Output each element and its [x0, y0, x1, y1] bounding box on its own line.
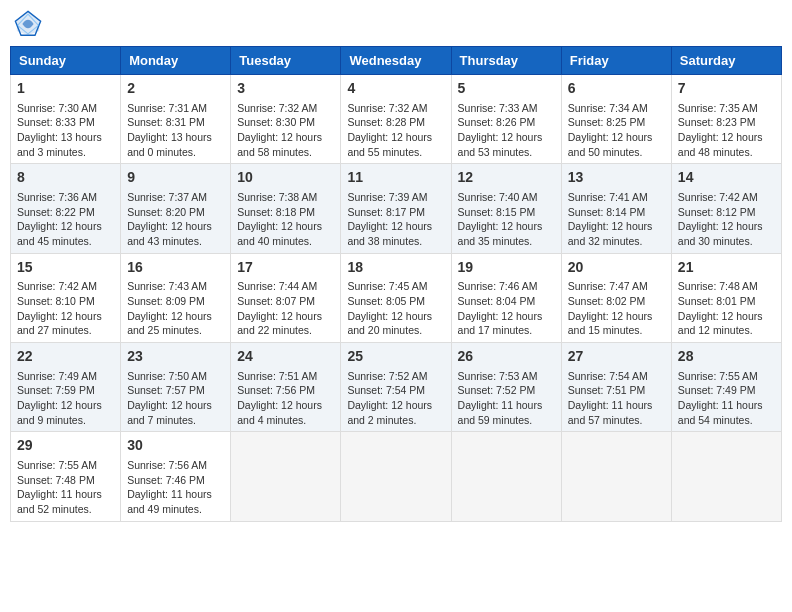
- day-info-line: Daylight: 12 hours: [17, 398, 114, 413]
- day-number: 7: [678, 79, 775, 99]
- day-info-line: Daylight: 12 hours: [237, 309, 334, 324]
- day-number: 26: [458, 347, 555, 367]
- day-info-line: and 7 minutes.: [127, 413, 224, 428]
- day-header-tuesday: Tuesday: [231, 47, 341, 75]
- day-number: 19: [458, 258, 555, 278]
- calendar-cell: 13Sunrise: 7:41 AMSunset: 8:14 PMDayligh…: [561, 164, 671, 253]
- day-info-line: Sunset: 8:23 PM: [678, 115, 775, 130]
- day-info-line: Sunrise: 7:55 AM: [678, 369, 775, 384]
- day-info-line: Daylight: 11 hours: [568, 398, 665, 413]
- day-info-line: Sunrise: 7:43 AM: [127, 279, 224, 294]
- day-info-line: Sunset: 8:15 PM: [458, 205, 555, 220]
- day-info-line: Sunrise: 7:55 AM: [17, 458, 114, 473]
- day-info-line: Sunrise: 7:33 AM: [458, 101, 555, 116]
- calendar-row-2: 8Sunrise: 7:36 AMSunset: 8:22 PMDaylight…: [11, 164, 782, 253]
- calendar-cell: 15Sunrise: 7:42 AMSunset: 8:10 PMDayligh…: [11, 253, 121, 342]
- day-info-line: Sunrise: 7:47 AM: [568, 279, 665, 294]
- day-info-line: Daylight: 12 hours: [568, 130, 665, 145]
- calendar-cell: 19Sunrise: 7:46 AMSunset: 8:04 PMDayligh…: [451, 253, 561, 342]
- calendar-cell: 28Sunrise: 7:55 AMSunset: 7:49 PMDayligh…: [671, 343, 781, 432]
- day-number: 9: [127, 168, 224, 188]
- calendar-table: SundayMondayTuesdayWednesdayThursdayFrid…: [10, 46, 782, 522]
- calendar-cell: 5Sunrise: 7:33 AMSunset: 8:26 PMDaylight…: [451, 75, 561, 164]
- calendar-cell: 23Sunrise: 7:50 AMSunset: 7:57 PMDayligh…: [121, 343, 231, 432]
- day-info-line: Sunrise: 7:30 AM: [17, 101, 114, 116]
- page-header: [10, 10, 782, 38]
- day-number: 13: [568, 168, 665, 188]
- calendar-cell: 10Sunrise: 7:38 AMSunset: 8:18 PMDayligh…: [231, 164, 341, 253]
- day-info-line: Daylight: 12 hours: [458, 309, 555, 324]
- day-number: 15: [17, 258, 114, 278]
- day-info-line: Sunset: 8:17 PM: [347, 205, 444, 220]
- day-info-line: Daylight: 12 hours: [127, 309, 224, 324]
- calendar-body: 1Sunrise: 7:30 AMSunset: 8:33 PMDaylight…: [11, 75, 782, 522]
- calendar-cell: 6Sunrise: 7:34 AMSunset: 8:25 PMDaylight…: [561, 75, 671, 164]
- day-info-line: Sunset: 8:22 PM: [17, 205, 114, 220]
- calendar-cell: 4Sunrise: 7:32 AMSunset: 8:28 PMDaylight…: [341, 75, 451, 164]
- day-info-line: and 0 minutes.: [127, 145, 224, 160]
- calendar-row-3: 15Sunrise: 7:42 AMSunset: 8:10 PMDayligh…: [11, 253, 782, 342]
- day-info-line: Sunset: 7:51 PM: [568, 383, 665, 398]
- day-number: 12: [458, 168, 555, 188]
- day-info-line: Daylight: 12 hours: [458, 219, 555, 234]
- day-info-line: Daylight: 12 hours: [568, 309, 665, 324]
- day-info-line: Daylight: 12 hours: [17, 219, 114, 234]
- day-number: 1: [17, 79, 114, 99]
- day-info-line: and 40 minutes.: [237, 234, 334, 249]
- day-info-line: Daylight: 12 hours: [17, 309, 114, 324]
- day-info-line: Sunrise: 7:46 AM: [458, 279, 555, 294]
- day-info-line: Sunset: 8:26 PM: [458, 115, 555, 130]
- calendar-cell: 11Sunrise: 7:39 AMSunset: 8:17 PMDayligh…: [341, 164, 451, 253]
- day-info-line: Sunset: 8:12 PM: [678, 205, 775, 220]
- day-info-line: Sunrise: 7:51 AM: [237, 369, 334, 384]
- day-number: 25: [347, 347, 444, 367]
- calendar-cell: 18Sunrise: 7:45 AMSunset: 8:05 PMDayligh…: [341, 253, 451, 342]
- day-header-wednesday: Wednesday: [341, 47, 451, 75]
- day-info-line: Sunrise: 7:49 AM: [17, 369, 114, 384]
- day-info-line: and 59 minutes.: [458, 413, 555, 428]
- day-number: 14: [678, 168, 775, 188]
- day-info-line: Sunset: 8:33 PM: [17, 115, 114, 130]
- day-info-line: and 48 minutes.: [678, 145, 775, 160]
- calendar-row-4: 22Sunrise: 7:49 AMSunset: 7:59 PMDayligh…: [11, 343, 782, 432]
- day-info-line: Sunrise: 7:56 AM: [127, 458, 224, 473]
- day-info-line: Daylight: 12 hours: [237, 130, 334, 145]
- day-info-line: Sunset: 8:05 PM: [347, 294, 444, 309]
- calendar-cell: [231, 432, 341, 521]
- day-info-line: Sunset: 7:57 PM: [127, 383, 224, 398]
- day-info-line: Sunset: 8:30 PM: [237, 115, 334, 130]
- calendar-cell: 30Sunrise: 7:56 AMSunset: 7:46 PMDayligh…: [121, 432, 231, 521]
- day-info-line: Sunset: 8:25 PM: [568, 115, 665, 130]
- day-info-line: Sunset: 7:46 PM: [127, 473, 224, 488]
- day-info-line: Sunset: 7:49 PM: [678, 383, 775, 398]
- calendar-cell: 1Sunrise: 7:30 AMSunset: 8:33 PMDaylight…: [11, 75, 121, 164]
- day-info-line: Sunrise: 7:50 AM: [127, 369, 224, 384]
- day-info-line: and 43 minutes.: [127, 234, 224, 249]
- calendar-cell: 12Sunrise: 7:40 AMSunset: 8:15 PMDayligh…: [451, 164, 561, 253]
- day-info-line: Daylight: 12 hours: [347, 130, 444, 145]
- day-info-line: Sunrise: 7:39 AM: [347, 190, 444, 205]
- day-number: 17: [237, 258, 334, 278]
- day-info-line: Daylight: 12 hours: [678, 130, 775, 145]
- day-number: 21: [678, 258, 775, 278]
- day-info-line: Daylight: 12 hours: [458, 130, 555, 145]
- day-info-line: Sunrise: 7:42 AM: [17, 279, 114, 294]
- day-info-line: Sunset: 8:28 PM: [347, 115, 444, 130]
- day-info-line: and 22 minutes.: [237, 323, 334, 338]
- day-info-line: Daylight: 12 hours: [127, 219, 224, 234]
- calendar-cell: 29Sunrise: 7:55 AMSunset: 7:48 PMDayligh…: [11, 432, 121, 521]
- day-info-line: Sunset: 7:59 PM: [17, 383, 114, 398]
- day-info-line: and 55 minutes.: [347, 145, 444, 160]
- logo: [14, 10, 46, 38]
- day-info-line: and 32 minutes.: [568, 234, 665, 249]
- day-number: 6: [568, 79, 665, 99]
- day-info-line: and 15 minutes.: [568, 323, 665, 338]
- calendar-cell: 26Sunrise: 7:53 AMSunset: 7:52 PMDayligh…: [451, 343, 561, 432]
- day-info-line: Sunrise: 7:42 AM: [678, 190, 775, 205]
- day-info-line: Daylight: 12 hours: [568, 219, 665, 234]
- day-info-line: and 20 minutes.: [347, 323, 444, 338]
- day-info-line: Sunrise: 7:53 AM: [458, 369, 555, 384]
- day-info-line: Daylight: 12 hours: [347, 219, 444, 234]
- day-number: 5: [458, 79, 555, 99]
- day-info-line: Sunrise: 7:36 AM: [17, 190, 114, 205]
